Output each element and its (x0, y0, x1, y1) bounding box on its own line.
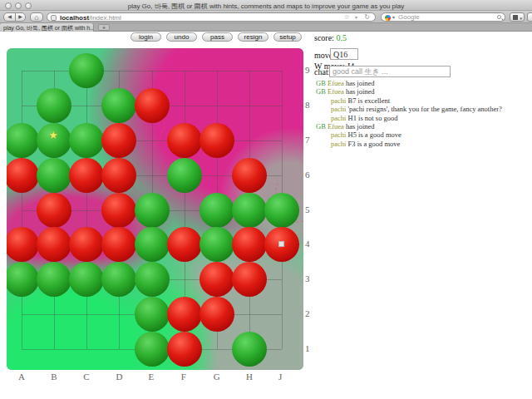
col-label-H: H (246, 372, 253, 382)
row-label-2: 2 (305, 308, 310, 318)
pass-button[interactable]: pass (202, 32, 233, 42)
stone-D6 (101, 158, 136, 193)
panels-icon (513, 15, 518, 20)
score-value: 0.5 (336, 33, 347, 42)
stone-A6 (7, 158, 39, 193)
back-icon: ◀ (7, 14, 12, 19)
login-button[interactable]: login (131, 32, 161, 42)
stone-E3 (135, 262, 170, 297)
col-label-B: B (51, 372, 57, 382)
stone-G2 (200, 297, 234, 332)
stone-H3 (232, 262, 267, 297)
stone-E1 (135, 332, 170, 367)
stone-E8 (135, 88, 170, 123)
go-board[interactable]: ★ (7, 48, 303, 370)
stone-J5 (264, 193, 299, 228)
chat-message: pachi H1 is not so good (316, 114, 530, 122)
stone-G3 (200, 262, 234, 297)
stone-H5 (232, 193, 267, 228)
stone-B6 (37, 158, 71, 193)
chat-user-name: pachi (331, 96, 348, 105)
stone-A7 (7, 123, 39, 158)
chat-input[interactable] (329, 66, 451, 77)
stone-G4 (200, 227, 234, 262)
stone-H4 (232, 227, 267, 262)
stone-B5 (37, 193, 71, 228)
stone-F7 (167, 123, 202, 158)
bookmark-star-icon[interactable]: ☆ (344, 13, 350, 22)
stone-C9 (69, 53, 104, 88)
stone-E2 (135, 297, 170, 332)
row-label-8: 8 (305, 100, 310, 110)
search-input[interactable] (398, 13, 490, 21)
star-marker-B7: ★ (48, 130, 58, 140)
google-logo-icon[interactable] (385, 15, 391, 21)
new-tab-button[interactable]: + (98, 24, 110, 31)
chat-country-tag: GB (316, 87, 328, 96)
tab-play-go[interactable]: play Go, 바둑, 围棋 or 圍棋 with h... (0, 23, 94, 32)
row-label-9: 9 (305, 65, 310, 75)
setup-button[interactable]: setup (273, 32, 302, 42)
url-caret-icon[interactable]: ▾ (355, 13, 357, 22)
stone-C7 (69, 123, 104, 158)
search-icon[interactable] (497, 15, 501, 19)
search-bar[interactable]: ▾ (381, 12, 505, 22)
row-label-1: 1 (305, 343, 310, 353)
chat-message-text: F3 is a good move (348, 140, 401, 148)
chat-message-text: B7 is excellent (348, 96, 391, 105)
score-line: score: 0.5 (314, 33, 347, 42)
col-label-G: G (214, 372, 220, 382)
chat-country-tag: GB (316, 122, 328, 131)
chat-user-name: pachi (331, 105, 348, 113)
chat-country-tag: GB (316, 79, 328, 87)
row-label-3: 3 (305, 273, 310, 283)
forward-icon: ▶ (18, 14, 22, 19)
search-engine-caret-icon[interactable]: ▾ (392, 13, 395, 22)
chat-message: GB Efuea has joined (316, 87, 530, 96)
chat-message: pachi 'pachi resigns', thank you for the… (316, 105, 530, 113)
chat-message-text: has joined (346, 87, 375, 96)
move-input[interactable] (330, 48, 358, 60)
chat-message: pachi F3 is a good move (316, 140, 530, 148)
home-button[interactable]: ⌂ (30, 12, 43, 22)
tab-bar: play Go, 바둑, 围棋 or 圍棋 with h... + (0, 23, 532, 32)
reload-icon[interactable]: ↻ (364, 13, 370, 22)
stone-G7 (200, 123, 234, 158)
chat-message-text: H5 is a good move (348, 131, 401, 139)
chat-message-text: H1 is not so good (348, 114, 398, 122)
home-icon: ⌂ (34, 13, 38, 22)
stone-F2 (167, 297, 202, 332)
column-labels: ABCDEFGHJ (7, 372, 303, 382)
col-label-F: F (181, 372, 186, 382)
chat-message: pachi H5 is a good move (316, 131, 530, 139)
chat-user-name: Efuea (328, 122, 346, 131)
panels-button[interactable]: ▾ (510, 12, 525, 22)
stone-E4 (135, 227, 170, 262)
stone-D8 (101, 88, 136, 123)
browser-toolbar: ◀ ▶ ⌂ localhost/index.html ☆ ▾ ↻ ▾ ▾ (0, 11, 532, 23)
stone-F4 (167, 227, 202, 262)
url-bar[interactable]: localhost/index.html ☆ ▾ ↻ (47, 12, 376, 22)
undo-button[interactable]: undo (166, 32, 197, 42)
forward-button[interactable]: ▶ (15, 12, 26, 22)
col-label-J: J (278, 372, 282, 382)
chat-user-name: Efuea (328, 79, 346, 87)
col-label-D: D (116, 372, 122, 382)
score-label: score: (314, 33, 334, 42)
favicon-icon (51, 15, 57, 21)
chat-message: GB Efuea has joined (316, 122, 530, 131)
chat-message-text: 'pachi resigns', thank you for the game,… (348, 105, 502, 113)
chat-user-name: pachi (331, 140, 348, 148)
chat-message-text: has joined (346, 79, 375, 87)
back-button[interactable]: ◀ (3, 12, 16, 22)
stone-H1 (232, 332, 267, 367)
toolbar-extra-button[interactable] (527, 12, 532, 22)
stone-F1 (167, 332, 202, 367)
chat-message: pachi B7 is excellent (316, 96, 530, 105)
row-label-5: 5 (305, 204, 310, 214)
row-label-7: 7 (305, 135, 310, 145)
stone-B8 (37, 88, 71, 123)
chat-log: GB Efuea has joinedGB Efuea has joinedpa… (316, 79, 530, 148)
resign-button[interactable]: resign (238, 32, 268, 42)
chat-user-name: pachi (331, 114, 348, 122)
